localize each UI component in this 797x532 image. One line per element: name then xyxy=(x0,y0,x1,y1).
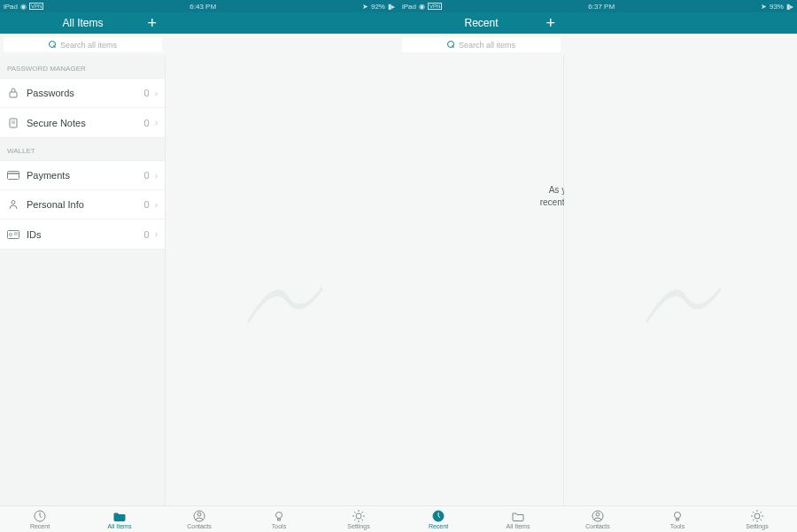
section-header: PASSWORD MANAGER xyxy=(0,56,165,78)
battery-pct: 92% xyxy=(371,3,385,11)
svg-point-8 xyxy=(10,233,12,235)
tab-label: Settings xyxy=(746,523,768,529)
svg-point-28 xyxy=(754,513,760,519)
search-input[interactable]: Search all items xyxy=(4,37,162,52)
list-item[interactable]: Personal Info 0 › xyxy=(0,190,165,220)
item-label: IDs xyxy=(27,229,144,240)
tab-allitems[interactable]: All Items xyxy=(478,506,558,532)
tab-settings[interactable]: Settings xyxy=(319,506,398,532)
lock-icon xyxy=(7,88,19,98)
item-count: 0 xyxy=(144,229,150,240)
list-item[interactable]: Payments 0 › xyxy=(0,161,165,190)
gear-icon xyxy=(352,510,366,522)
tab-tools[interactable]: Tools xyxy=(239,506,319,532)
tab-label: Recent xyxy=(429,523,448,529)
tab-label: All Items xyxy=(507,523,530,529)
svg-rect-0 xyxy=(10,92,17,97)
svg-line-34 xyxy=(761,519,762,520)
tab-recent[interactable]: Recent xyxy=(398,506,478,532)
tab-label: All Items xyxy=(108,523,132,529)
battery-icon: ▮▸ xyxy=(388,3,395,11)
svg-rect-4 xyxy=(8,172,19,180)
main-pane xyxy=(564,56,797,505)
item-count: 0 xyxy=(144,88,150,98)
clock-icon xyxy=(33,510,47,522)
svg-point-13 xyxy=(197,513,201,516)
id-icon xyxy=(7,230,19,239)
tab-bar: Recent All Items Contacts Tools Settings xyxy=(0,505,398,532)
tab-contacts[interactable]: Contacts xyxy=(558,506,638,532)
wifi-icon: ◉ xyxy=(419,3,425,11)
search-placeholder: Search all items xyxy=(459,41,515,50)
chevron-right-icon: › xyxy=(155,89,158,98)
chevron-right-icon: › xyxy=(155,118,158,127)
card-icon xyxy=(7,171,19,180)
main-header xyxy=(166,12,398,34)
search-placeholder: Search all items xyxy=(60,41,117,50)
add-button[interactable]: + xyxy=(147,15,157,31)
status-time: 6:43 PM xyxy=(190,3,216,11)
svg-line-23 xyxy=(362,512,364,513)
item-label: Payments xyxy=(27,170,144,181)
wifi-icon: ◉ xyxy=(20,3,27,11)
battery-icon: ▮▸ xyxy=(786,3,793,11)
chevron-right-icon: › xyxy=(155,200,158,210)
section-header: WALLET xyxy=(0,138,165,160)
tab-label: Settings xyxy=(347,523,369,529)
location-icon: ➤ xyxy=(761,3,767,11)
add-button[interactable]: + xyxy=(546,15,555,31)
tab-contacts[interactable]: Contacts xyxy=(159,506,239,532)
svg-point-6 xyxy=(12,201,15,204)
tab-recent[interactable]: Recent xyxy=(0,506,80,532)
empty-text-2: recent items will appear here. xyxy=(540,197,564,209)
list-item[interactable]: Passwords 0 › xyxy=(0,79,165,108)
tab-label: Recent xyxy=(30,523,50,529)
svg-point-27 xyxy=(675,512,681,518)
search-icon xyxy=(49,41,57,49)
sidebar: PASSWORD MANAGER Passwords 0 › xyxy=(0,56,166,505)
bulb-icon xyxy=(670,510,685,522)
list-item[interactable]: Secure Notes 0 › xyxy=(0,108,165,137)
item-label: Passwords xyxy=(27,88,144,98)
item-label: Personal Info xyxy=(27,199,144,210)
item-count: 0 xyxy=(144,199,150,210)
item-count: 0 xyxy=(144,170,150,181)
empty-state: As you use the app, your recent items wi… xyxy=(398,133,564,209)
chevron-right-icon: › xyxy=(155,229,158,239)
sidebar: As you use the app, your recent items wi… xyxy=(398,56,564,505)
sidebar-header: Recent + xyxy=(398,12,564,34)
search-icon xyxy=(447,41,455,49)
gear-icon xyxy=(750,510,764,522)
empty-text-1: As you use the app, your xyxy=(540,184,564,197)
tab-label: Contacts xyxy=(585,523,610,529)
tab-settings[interactable]: Settings xyxy=(717,506,797,532)
svg-point-14 xyxy=(276,512,282,518)
list-item[interactable]: IDs 0 › xyxy=(0,220,165,249)
bulb-icon xyxy=(272,510,286,522)
folder-icon xyxy=(112,510,127,522)
device-label: iPad xyxy=(402,3,416,11)
sidebar-title: Recent xyxy=(464,17,498,29)
svg-line-33 xyxy=(753,512,754,513)
tab-tools[interactable]: Tools xyxy=(638,506,717,532)
item-label: Secure Notes xyxy=(27,118,144,128)
tab-bar: Recent All Items Contacts Tools Settings xyxy=(398,505,797,532)
device-2: iPad ◉ VPN 6:37 PM ➤ 93% ▮▸ Recent + Sea… xyxy=(398,0,797,532)
sidebar-header: All Items + xyxy=(0,12,166,34)
watermark-logo xyxy=(238,268,327,339)
vpn-badge: VPN xyxy=(428,3,442,10)
svg-point-15 xyxy=(356,513,361,519)
main-pane xyxy=(166,56,398,505)
note-icon xyxy=(7,118,19,128)
svg-line-20 xyxy=(354,512,356,513)
person-circle-icon xyxy=(192,510,206,522)
chevron-right-icon: › xyxy=(155,171,158,181)
tab-allitems[interactable]: All Items xyxy=(80,506,159,532)
status-bar: iPad ◉ VPN 6:37 PM ➤ 93% ▮▸ xyxy=(398,0,797,12)
tab-label: Tools xyxy=(670,523,685,529)
svg-line-21 xyxy=(362,519,364,520)
status-time: 6:37 PM xyxy=(588,3,615,11)
tab-label: Tools xyxy=(272,523,286,529)
svg-line-36 xyxy=(761,512,762,513)
search-input[interactable]: Search all items xyxy=(402,37,561,52)
